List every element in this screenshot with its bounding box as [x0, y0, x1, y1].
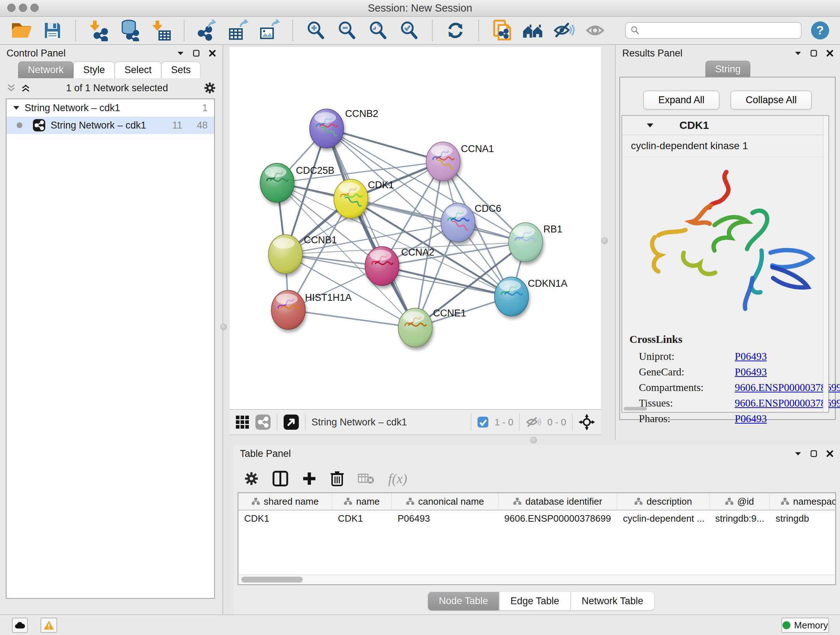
table-cell[interactable]: CDK1: [238, 513, 332, 524]
tab-select[interactable]: Select: [115, 62, 161, 78]
column-header--id[interactable]: @id: [709, 493, 770, 510]
help-button[interactable]: ?: [810, 19, 830, 42]
export-image-button[interactable]: [258, 19, 281, 42]
tab-network[interactable]: Network: [18, 62, 73, 78]
crosslink-link[interactable]: P06493: [735, 350, 767, 363]
right-splitter-handle[interactable]: [601, 238, 608, 244]
table-cell[interactable]: P06493: [392, 513, 499, 524]
export-network-button[interactable]: [196, 19, 218, 42]
import-database-button[interactable]: [118, 19, 141, 42]
open-session-button[interactable]: [10, 19, 33, 42]
tab-string[interactable]: String: [706, 61, 751, 78]
node-CCNA2[interactable]: [365, 247, 399, 286]
node-CCNB2[interactable]: [309, 109, 344, 148]
scrollbar-thumb[interactable]: [241, 577, 303, 583]
node-CDC6[interactable]: [441, 203, 475, 242]
show-all-button[interactable]: [584, 19, 606, 42]
zoom-out-button[interactable]: [336, 19, 358, 42]
edge-CCNA2-CDKN1A[interactable]: [382, 266, 512, 296]
selected-checkbox-icon[interactable]: [477, 416, 489, 428]
hidden-eye-icon[interactable]: [526, 416, 542, 429]
collapse-all-button[interactable]: Collapse All: [730, 90, 812, 110]
zoom-window-icon[interactable]: [30, 4, 39, 12]
gear-icon[interactable]: [204, 82, 216, 94]
column-header-label[interactable]: @id: [737, 496, 754, 507]
tab-sets[interactable]: Sets: [161, 62, 201, 78]
column-header-canonical-name[interactable]: canonical name: [392, 493, 499, 510]
close-panel-icon[interactable]: [209, 50, 216, 57]
tab-network-table[interactable]: Network Table: [571, 592, 654, 610]
close-window-icon[interactable]: [7, 4, 16, 12]
float-panel-icon[interactable]: [193, 50, 200, 57]
network-view[interactable]: CCNB2 CCNA1 CDC25B CDK1 CDC6 RB1 CCNB1 C…: [230, 47, 601, 409]
panel-menu-icon[interactable]: [794, 451, 802, 456]
node-CCNB1[interactable]: [268, 234, 302, 274]
node-CDC25B[interactable]: [260, 163, 294, 203]
network-view-icon[interactable]: [255, 414, 271, 430]
delete-table-icon[interactable]: [358, 472, 374, 485]
expand-all-button[interactable]: Expand All: [643, 90, 720, 110]
refresh-layout-button[interactable]: [444, 19, 467, 42]
add-column-icon[interactable]: [302, 471, 317, 486]
panel-menu-icon[interactable]: [794, 51, 802, 56]
node-HIST1H1A[interactable]: [271, 290, 305, 329]
table-cell[interactable]: 9606.ENSP00000378699: [499, 513, 617, 524]
function-builder-icon[interactable]: f(x): [388, 470, 407, 486]
birdseye-view-icon[interactable]: [283, 414, 299, 430]
float-panel-icon[interactable]: [810, 50, 818, 57]
close-panel-icon[interactable]: [826, 450, 834, 457]
node-table[interactable]: shared namenamecanonical namedatabase id…: [238, 492, 836, 585]
node-RB1[interactable]: [508, 223, 543, 262]
cloud-button[interactable]: [12, 618, 28, 633]
edge-HIST1H1A-CCNE1[interactable]: [288, 310, 415, 328]
bottom-splitter-handle[interactable]: [531, 437, 537, 443]
panel-menu-icon[interactable]: [177, 51, 184, 56]
column-header-label[interactable]: description: [646, 496, 692, 507]
table-cell[interactable]: CDK1: [332, 513, 392, 524]
import-table-button[interactable]: [150, 19, 172, 42]
left-splitter-handle[interactable]: [220, 324, 227, 330]
protein-section-header[interactable]: CDK1: [622, 116, 829, 135]
float-panel-icon[interactable]: [810, 450, 818, 457]
table-row[interactable]: CDK1CDK1P064939606.ENSP00000378699cyclin…: [238, 510, 835, 526]
export-table-button[interactable]: [227, 19, 249, 42]
trash-icon[interactable]: [330, 470, 344, 486]
table-cell[interactable]: cyclin-dependent ...: [617, 513, 709, 524]
node-CCNE1[interactable]: [398, 308, 432, 347]
column-header-label[interactable]: canonical name: [418, 496, 484, 507]
hide-selected-button[interactable]: [553, 19, 575, 42]
memory-button[interactable]: Memory: [782, 618, 829, 633]
disclosure-triangle-icon[interactable]: [13, 105, 19, 111]
table-cell[interactable]: stringdb:9...: [709, 513, 770, 524]
zoom-in-button[interactable]: [305, 19, 327, 42]
table-cell[interactable]: stringdb: [770, 513, 836, 524]
results-vertical-scrollbar[interactable]: [823, 116, 829, 412]
clone-network-button[interactable]: [491, 19, 513, 42]
grid-view-icon[interactable]: [235, 415, 249, 429]
gear-icon[interactable]: [244, 471, 259, 486]
tab-style[interactable]: Style: [73, 62, 115, 78]
fit-content-icon[interactable]: [578, 414, 595, 431]
column-header-label[interactable]: database identifier: [525, 496, 602, 507]
column-header-database-identifier[interactable]: database identifier: [499, 493, 617, 510]
network-row-selected[interactable]: String Network – cdk1 11 48: [6, 117, 214, 134]
column-header-label[interactable]: shared name: [264, 496, 319, 507]
zoom-selected-button[interactable]: [398, 19, 420, 42]
crosslink-link[interactable]: P06493: [735, 366, 767, 378]
close-panel-icon[interactable]: [826, 50, 834, 57]
node-CDKN1A[interactable]: [494, 277, 529, 316]
minimize-window-icon[interactable]: [19, 4, 27, 12]
column-header-shared-name[interactable]: shared name: [238, 493, 332, 510]
home-networks-button[interactable]: [522, 19, 544, 42]
network-collection-row[interactable]: String Network – cdk1 1: [6, 99, 214, 117]
collapse-all-icon[interactable]: [6, 84, 16, 92]
search-input[interactable]: [643, 25, 797, 36]
column-header-description[interactable]: description: [617, 493, 709, 510]
tab-edge-table[interactable]: Edge Table: [500, 592, 571, 610]
zoom-fit-button[interactable]: [367, 19, 389, 42]
section-disclosure-icon[interactable]: [646, 122, 654, 128]
column-header-label[interactable]: name: [356, 496, 379, 507]
warning-button[interactable]: [41, 618, 57, 633]
column-header-namespace[interactable]: namespace: [770, 493, 836, 510]
node-CDK1[interactable]: [334, 179, 368, 218]
